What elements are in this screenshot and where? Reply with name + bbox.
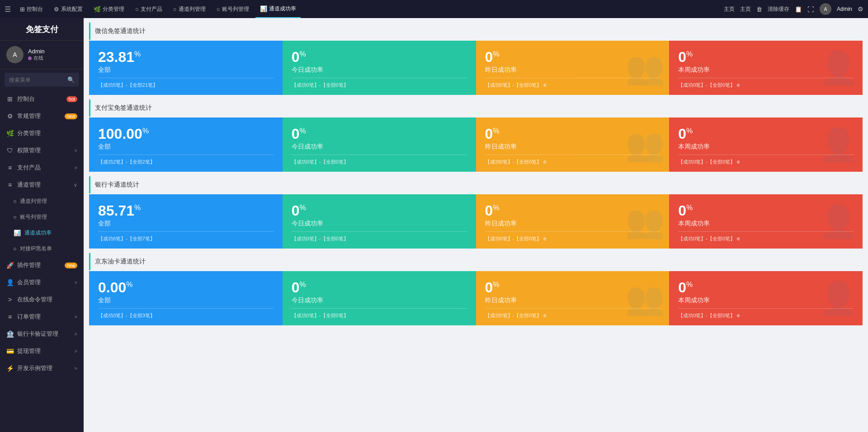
bank-today-value: 0% [292, 203, 467, 218]
jd-today-card: 0% 今日成功率 【成功0笔】-【全部0笔】 [283, 271, 476, 325]
sidebar-item-channel-mgmt[interactable]: ≡ 通道管理 ∨ [0, 176, 84, 193]
sidebar-item-permission[interactable]: 🛡 权限管理 > [0, 142, 84, 159]
top-navbar: ☰ ⊞ 控制台 ⚙ 系统配置 🌿 分类管理 ○ 支付产品 ○ 通道列管理 ○ 账… [0, 0, 868, 18]
jd-week-footer: 【成功0笔】-【全部0笔】 ⊕ [678, 308, 854, 319]
online-cmd-icon: > [6, 296, 14, 303]
home-link[interactable]: 主页 [724, 5, 735, 13]
clear-cache-icon[interactable]: 🗑 [756, 6, 762, 13]
bank-section-title: 银行卡通道统计 [89, 176, 863, 193]
wechat-stats-row: 23.81% 全部 【成功5笔】-【全部21笔】 0% 今日成功率 【成功0笔】… [89, 41, 863, 95]
wechat-all-label: 全部 [98, 66, 274, 74]
alipay-section: 支付宝免签通道统计 100.00% 全部 【成功2笔】-【全部2笔】 0% 今日… [89, 99, 863, 172]
nav-account-list[interactable]: ○ 账号列管理 [212, 0, 254, 18]
bank-section: 银行卡通道统计 85.71% 全部 【成功6笔】-【全部7笔】 0% 今日成功率… [89, 176, 863, 249]
dashboard-icon: ⊞ [6, 95, 14, 103]
wechat-all-card: 23.81% 全部 【成功5笔】-【全部21笔】 [89, 41, 283, 95]
nav-category[interactable]: 🌿 分类管理 [89, 0, 129, 18]
clear-cache-label[interactable]: 清除缓存 [768, 5, 789, 13]
alipay-week-footer: 【成功0笔】-【全部0笔】 ⊕ [678, 155, 854, 165]
sidebar-item-account-list[interactable]: 账号列管理 [0, 209, 84, 225]
jd-week-card: 0% 本周成功率 👤 【成功0笔】-【全部0笔】 ⊕ [669, 271, 863, 325]
category-nav-icon: 🌿 [94, 6, 101, 13]
sidebar-user: A Admin 在线 [0, 41, 84, 69]
sidebar-item-online-cmd[interactable]: > 在线命令管理 [0, 291, 84, 308]
menu-toggle-icon[interactable]: ☰ [5, 5, 11, 14]
jd-all-card: 0.00% 全部 【成功0笔】-【全部3笔】 [89, 271, 283, 325]
wechat-section-title: 微信免签通道统计 [89, 23, 863, 40]
sidebar-item-general[interactable]: ⚙ 常规管理 new [0, 108, 84, 125]
nav-system-config[interactable]: ⚙ 系统配置 [49, 0, 87, 18]
account-list-dot [14, 216, 16, 219]
top-nav-right: 主页 主页 🗑 清除缓存 📋 ⛶ A Admin ⚙ [724, 3, 863, 15]
sidebar-item-channel-list[interactable]: 通道列管理 [0, 193, 84, 209]
bank-verify-icon: 🏦 [6, 330, 14, 338]
alipay-today-footer: 【成功0笔】-【全部0笔】 [292, 155, 467, 165]
dev-demo-icon: ⚡ [6, 365, 14, 372]
jd-section: 京东油卡通道统计 0.00% 全部 【成功0笔】-【全部3笔】 0% 今日成功率… [89, 253, 863, 325]
order-icon: ≡ [6, 313, 14, 320]
sidebar-item-ip-blacklist[interactable]: 对接IP黑名单 [0, 241, 84, 257]
wechat-today-label: 今日成功率 [292, 66, 467, 74]
alipay-all-value: 100.00% [98, 127, 274, 141]
nav-dashboard[interactable]: ⊞ 控制台 [15, 0, 47, 18]
admin-avatar: A [820, 3, 831, 15]
sidebar-item-channel-success-rate[interactable]: 📊 通道成功率 [0, 225, 84, 241]
sidebar-item-order[interactable]: ≡ 订单管理 > [0, 308, 84, 325]
user-info: Admin 在线 [28, 48, 45, 61]
sidebar-item-bank-verify[interactable]: 🏦 银行卡验证管理 > [0, 325, 84, 343]
main-layout: 免签支付 A Admin 在线 🔍 ⊞ 控制台 hot ⚙ [0, 18, 868, 432]
bank-stats-row: 85.71% 全部 【成功6笔】-【全部7笔】 0% 今日成功率 【成功0笔】-… [89, 194, 863, 249]
sidebar-item-withdraw[interactable]: 💳 提现管理 > [0, 343, 84, 360]
jd-section-title: 京东油卡通道统计 [89, 253, 863, 270]
bank-today-footer: 【成功0笔】-【全部0笔】 [292, 231, 467, 242]
sidebar-item-dev-demo[interactable]: ⚡ 开发示例管理 > [0, 360, 84, 377]
sidebar-item-plugin[interactable]: 🚀 插件管理 new [0, 257, 84, 274]
nav-channel-success[interactable]: 📊 通道成功率 [255, 0, 301, 18]
bank-week-card: 0% 本周成功率 👤 【成功0笔】-【全部0笔】 ⊕ [669, 194, 863, 249]
sidebar-item-category[interactable]: 🌿 分类管理 [0, 125, 84, 142]
search-icon[interactable]: 🔍 [67, 76, 75, 83]
copy-icon[interactable]: 📋 [795, 6, 802, 13]
home-label[interactable]: 主页 [740, 5, 751, 13]
settings-icon[interactable]: ⚙ [858, 5, 863, 13]
jd-today-value: 0% [292, 280, 467, 295]
jd-yesterday-card: 0% 昨日成功率 👥 【成功0笔】-【全部0笔】 ⊕ [476, 271, 670, 325]
wechat-week-footer: 【成功0笔】-【全部0笔】 ⊕ [678, 78, 854, 89]
avatar: A [6, 46, 24, 63]
withdraw-arrow: > [75, 348, 77, 354]
sidebar-item-member[interactable]: 👤 会员管理 > [0, 274, 84, 291]
wechat-today-card: 0% 今日成功率 【成功0笔】-【全部0笔】 [283, 41, 476, 95]
bank-week-footer: 【成功0笔】-【全部0笔】 ⊕ [678, 231, 854, 242]
channel-success-rate-icon: 📊 [14, 230, 21, 236]
sidebar-search[interactable]: 🔍 [5, 73, 79, 87]
jd-stats-row: 0.00% 全部 【成功0笔】-【全部3笔】 0% 今日成功率 【成功0笔】-【… [89, 271, 863, 325]
bank-today-label: 今日成功率 [292, 220, 467, 228]
alipay-week-card: 0% 本周成功率 👤 【成功0笔】-【全部0笔】 ⊕ [669, 117, 863, 172]
account-nav-icon: ○ [217, 6, 220, 13]
nav-payment-product[interactable]: ○ 支付产品 [131, 0, 167, 18]
admin-label: Admin [837, 6, 852, 12]
jd-today-label: 今日成功率 [292, 296, 467, 305]
bank-yesterday-card: 0% 昨日成功率 👥 【成功0笔】-【全部0笔】 ⊕ [476, 194, 670, 249]
main-content: 微信免签通道统计 23.81% 全部 【成功5笔】-【全部21笔】 0% 今日成… [84, 18, 868, 432]
sidebar-item-payment-product[interactable]: ≡ 支付产品 > [0, 159, 84, 176]
nav-channel-list[interactable]: ○ 通道列管理 [169, 0, 210, 18]
wechat-all-value: 23.81% [98, 50, 274, 64]
member-icon: 👤 [6, 279, 14, 286]
category-icon: 🌿 [6, 130, 14, 137]
fullscreen-icon[interactable]: ⛶ [807, 5, 814, 13]
search-input[interactable] [9, 77, 67, 83]
bank-all-card: 85.71% 全部 【成功6笔】-【全部7笔】 [89, 194, 283, 249]
bank-yesterday-footer: 【成功0笔】-【全部0笔】 ⊕ [485, 231, 660, 242]
payment-nav-icon: ○ [135, 6, 139, 13]
jd-all-footer: 【成功0笔】-【全部3笔】 [98, 308, 274, 319]
payment-product-icon: ≡ [6, 164, 14, 171]
jd-yesterday-footer: 【成功0笔】-【全部0笔】 ⊕ [485, 308, 660, 319]
permission-icon: 🛡 [6, 147, 14, 154]
channel-mgmt-icon: ≡ [6, 181, 14, 188]
sidebar-item-dashboard[interactable]: ⊞ 控制台 hot [0, 90, 84, 108]
dashboard-nav-icon: ⊞ [20, 6, 25, 13]
alipay-today-card: 0% 今日成功率 【成功0笔】-【全部0笔】 [283, 117, 476, 172]
bank-all-value: 85.71% [98, 203, 274, 218]
sidebar: 免签支付 A Admin 在线 🔍 ⊞ 控制台 hot ⚙ [0, 18, 84, 432]
